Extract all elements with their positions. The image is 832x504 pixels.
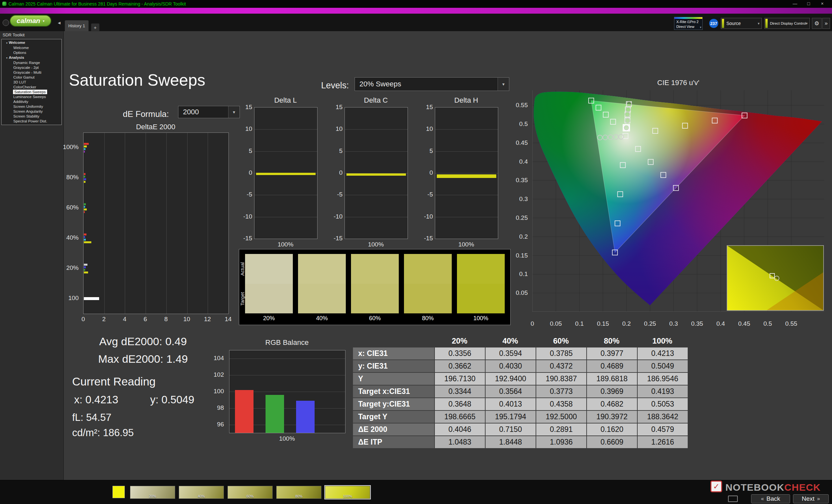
patch-thumbnail-60%[interactable]: 60%	[228, 486, 273, 499]
x-tick-label: 0	[74, 316, 93, 323]
patch-thumbnail-80%[interactable]: 80%	[276, 486, 321, 499]
cell-value: 188.3642	[637, 411, 688, 423]
de-formula-dropdown[interactable]: 2000 ▾	[178, 106, 240, 118]
y-tick-label: 15	[426, 104, 433, 111]
swatch-100%: 100%	[457, 254, 505, 324]
swatch-60%: 60%	[351, 254, 399, 324]
y-tick-label: -5	[337, 191, 342, 198]
table-row: Target x:CIE310.33440.35640.37730.39690.…	[353, 386, 688, 398]
target-label: Target	[239, 284, 245, 314]
patch-thumbnail-100%[interactable]: 100%	[325, 486, 370, 499]
sidebar-item-grayscale-multi[interactable]: Grayscale - Multi	[2, 70, 61, 75]
gridline	[435, 129, 498, 130]
x-tick-label: 0.15	[593, 320, 613, 327]
de-bar	[84, 206, 85, 208]
swatch-label: 100%	[457, 313, 505, 324]
y-tick-label: 0	[339, 169, 342, 176]
tree-caret-icon: ▾	[6, 41, 7, 45]
thumbnail-label: 60%	[228, 494, 272, 498]
next-button[interactable]: Next »	[793, 494, 829, 503]
sidebar-item-screen-stability[interactable]: Screen Stability	[2, 114, 61, 119]
cell-value: 190.8387	[536, 373, 586, 385]
sidebar-item-3d-lut[interactable]: 3D LUT	[2, 80, 61, 85]
sidebar-item-saturation-sweeps[interactable]: Saturation Sweeps	[2, 90, 61, 94]
rgb-bar-green	[265, 395, 284, 433]
y-tick-label: 96	[217, 421, 224, 428]
de-bar	[84, 151, 85, 152]
add-tab-button[interactable]: +	[91, 23, 100, 31]
minimize-button[interactable]: —	[790, 0, 800, 8]
delta-c-plot	[344, 107, 408, 239]
de-bar	[84, 272, 88, 274]
sidebar-item-screen-angularity[interactable]: Screen Angularity	[2, 109, 61, 114]
column-header: 60%	[536, 335, 586, 347]
levels-dropdown[interactable]: 20% Sweeps ▾	[355, 77, 509, 91]
meter-dropdown[interactable]: X-Rite i1Pro 2 Direct View ▾	[674, 17, 703, 30]
back-button[interactable]: « Back	[751, 494, 790, 503]
avg-de-value: Avg dE2000: 0.49	[65, 335, 221, 348]
sidebar-item-luminance-sweeps[interactable]: Luminance Sweeps	[2, 94, 61, 100]
chevron-down-icon: ▾	[43, 19, 45, 23]
cell-value: 189.6818	[586, 373, 637, 385]
y-tick-label: 100	[213, 388, 224, 395]
app-window: Calman 2025 Calman Ultimate for Business…	[0, 0, 832, 504]
de-bar	[84, 233, 86, 235]
tab-history-1[interactable]: History 1	[65, 20, 89, 31]
display-control-dropdown[interactable]: Direct Display Control ▾	[764, 18, 810, 29]
de-bar	[84, 143, 89, 145]
sidebar-item-label: Welcome	[13, 46, 29, 50]
y-tick-label: 5	[429, 147, 433, 155]
sidebar-item-analysis[interactable]: ▾Analysis	[2, 55, 61, 60]
y-tick-label: 0.05	[516, 289, 528, 297]
sidebar-collapse-button[interactable]: ◀	[56, 20, 62, 26]
y-tick-label: 0.35	[516, 177, 528, 184]
sidebar-item-color-gamut[interactable]: Color Gamut	[2, 75, 61, 80]
cie-y-axis: 0.550.50.450.40.350.30.250.20.150.10.05	[504, 90, 530, 312]
sidebar-item-welcome[interactable]: ▾Welcome	[2, 40, 61, 46]
sidebar-item-label: Analysis	[9, 56, 24, 59]
more-options-button[interactable]: »	[822, 18, 830, 29]
cie-chromaticity-diagram	[532, 90, 824, 312]
patch-thumbnail-40%[interactable]: 40%	[179, 486, 224, 499]
x-tick-label: 4	[115, 316, 134, 323]
sidebar-item-spectral-power-dist-[interactable]: Spectral Power Dist.	[2, 119, 61, 124]
cell-value: 198.6665	[434, 411, 485, 423]
calman-menu-button[interactable]: calman ▾	[10, 15, 51, 27]
patch-thumbnail-20%[interactable]: 20%	[130, 486, 175, 499]
delta-c-chart: Delta C 151050-5-10-15 100%	[325, 96, 413, 252]
sidebar-item-dynamic-range[interactable]: Dynamic Range	[2, 60, 61, 65]
y-category-label: 100%	[63, 143, 79, 151]
reading-fl: fL: 54.57	[72, 412, 111, 423]
patch-thumbnail-current[interactable]	[112, 486, 125, 498]
x-tick-label: 2	[94, 316, 114, 323]
display-icon[interactable]	[728, 496, 738, 502]
cell-value: 0.3773	[536, 386, 586, 397]
close-button[interactable]: ×	[817, 0, 828, 8]
y-tick-label: 0.15	[516, 252, 528, 259]
gridline	[435, 151, 498, 152]
swatch-color	[404, 254, 452, 313]
cell-value: 0.4579	[637, 423, 688, 436]
row-label: ΔE ITP	[353, 436, 434, 448]
cell-value: 195.1794	[485, 411, 536, 423]
sidebar-title: SDR Toolkit	[3, 32, 25, 37]
y-category-label: 80%	[66, 174, 79, 181]
swatch-label: 80%	[404, 313, 452, 324]
y-tick-label: 102	[213, 371, 224, 378]
sidebar-item-screen-uniformity[interactable]: Screen Uniformity	[2, 104, 61, 109]
meter-count-badge: 237	[709, 19, 718, 28]
sidebar-item-welcome[interactable]: Welcome	[2, 46, 61, 50]
swatch-label: 20%	[245, 313, 293, 324]
sidebar-item-additivity[interactable]: Additivity	[2, 100, 61, 104]
logo-text-notebook: NOTEBOOK	[725, 482, 784, 493]
settings-gear-button[interactable]: ⚙	[812, 18, 822, 29]
calman-logo-text: calman	[17, 17, 40, 25]
sidebar-item-options[interactable]: Options	[2, 50, 61, 55]
panel-toggle-button[interactable]	[3, 20, 9, 26]
y-tick-label: 0.3	[519, 196, 528, 203]
sidebar-item-colorchecker[interactable]: ColorChecker	[2, 85, 61, 90]
x-tick-label: 0.05	[546, 320, 566, 327]
maximize-button[interactable]: □	[803, 0, 814, 8]
source-dropdown[interactable]: Source ▾	[721, 18, 762, 29]
sidebar-item-grayscale-2pt[interactable]: Grayscale - 2pt	[2, 65, 61, 70]
